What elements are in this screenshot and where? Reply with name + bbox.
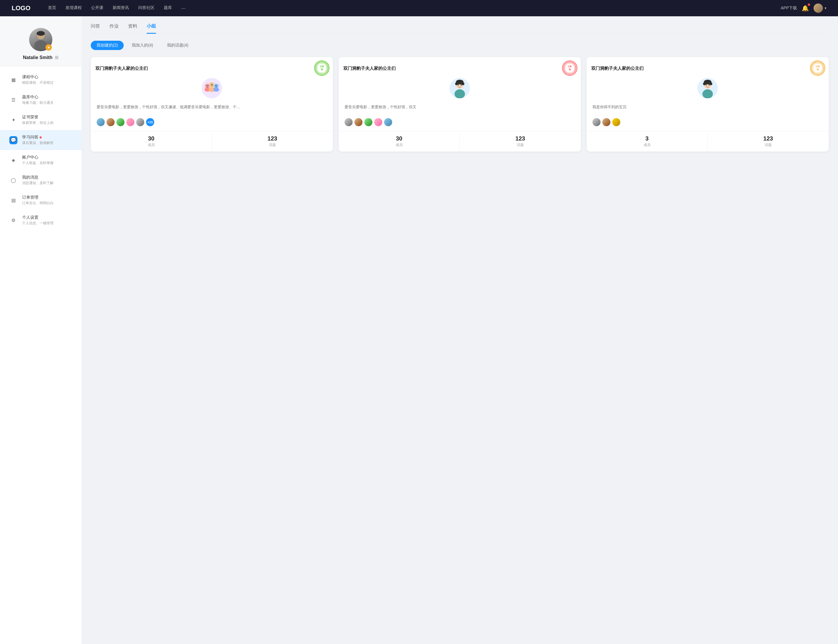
svg-point-18 (211, 84, 212, 85)
profile-section: ★ Natalie Smith ⊞ (0, 16, 82, 66)
certificate-text: 证书荣誉 收获荣誉、持证上岗 (22, 115, 54, 125)
sub-tab-joined[interactable]: 我加入的(4) (126, 41, 159, 50)
svg-point-45 (708, 84, 710, 85)
qa-icon: 💬 (9, 136, 18, 144)
svg-point-33 (461, 84, 462, 85)
svg-point-16 (207, 85, 207, 86)
sidebar-item-course-center[interactable]: ▦ 课程中心 精彩课程、不容错过 (0, 70, 82, 90)
orders-icon: ▤ (9, 196, 18, 204)
multi-avatar-svg (202, 78, 222, 98)
svg-point-34 (812, 62, 824, 74)
stat-topics-2: 123 话题 (460, 131, 581, 151)
course-center-title: 课程中心 (22, 74, 54, 80)
stat-members-label-3: 成员 (644, 143, 651, 148)
group-3-desc: 我是你得不到的宝贝 (587, 102, 829, 116)
nav-link-open[interactable]: 公开课 (91, 5, 103, 12)
qa-text: 学习问答 课后重温、疑难解答 (22, 135, 54, 145)
messages-subtitle: 消息通知、及时了解 (22, 181, 54, 186)
svg-point-15 (213, 87, 219, 92)
member-avatar-2 (107, 118, 115, 126)
groups-grid: 双门洞豹子夫人家的公主们 已审 核 (91, 57, 829, 151)
profile-badge: ★ (45, 44, 52, 51)
tab-homework[interactable]: 作业 (109, 23, 119, 34)
orders-subtitle: 订单支出、明明白白 (22, 201, 54, 205)
group-2-desc: 爱音乐爱电影，更爱旅游，个性好强，但又 (339, 102, 581, 116)
group-card-3: 双门洞豹子夫人家的公主们 已审 核 (587, 57, 829, 151)
member-avatar-4 (126, 118, 135, 126)
nav-more[interactable]: ··· (181, 5, 186, 12)
svg-point-22 (564, 62, 576, 74)
stat-topics-1: 123 话题 (212, 131, 333, 151)
nav-link-news[interactable]: 新闻资讯 (113, 5, 129, 12)
course-center-icon: ▦ (9, 76, 18, 84)
sidebar-menu: ▦ 课程中心 精彩课程、不容错过 ☰ 题库中心 海量习题、助力通关 ✦ 证书荣誉… (0, 66, 82, 234)
sidebar-item-certificate[interactable]: ✦ 证书荣誉 收获荣誉、持证上岗 (0, 110, 82, 130)
svg-point-43 (710, 82, 712, 85)
settings-title: 个人设置 (22, 215, 54, 220)
group-3-title: 双门洞豹子夫人家的公主们 (591, 65, 824, 71)
stat-members-1: 30 成员 (91, 131, 212, 151)
nav-links: 首页 发现课程 公开课 新闻资讯 问答社区 题库 ··· (48, 5, 780, 12)
stat-members-num-1: 30 (148, 135, 154, 142)
svg-point-42 (703, 82, 706, 85)
tab-qa[interactable]: 问答 (91, 23, 100, 34)
nav-avatar-image (813, 3, 823, 13)
group2-member-5 (384, 118, 392, 126)
nav-link-quiz[interactable]: 题库 (164, 5, 172, 12)
sidebar-item-settings[interactable]: ⚙ 个人设置 个人信息、一键管理 (0, 210, 82, 230)
sub-tab-topics[interactable]: 我的话题(4) (161, 41, 194, 50)
bell-button[interactable]: 🔔 (802, 5, 809, 12)
sidebar-item-quiz-center[interactable]: ☰ 题库中心 海量习题、助力通关 (0, 90, 82, 110)
course-center-subtitle: 精彩课程、不容错过 (22, 80, 54, 85)
person-avatar-svg-3 (697, 78, 718, 98)
certificate-icon: ✦ (9, 116, 18, 124)
stat-topics-num-2: 123 (515, 135, 525, 142)
sub-tab-created[interactable]: 我创建的(2) (91, 41, 124, 50)
sidebar-item-qa[interactable]: 💬 学习问答 课后重温、疑难解答 (0, 130, 82, 150)
stat-members-2: 30 成员 (339, 131, 460, 151)
svg-point-17 (208, 85, 209, 86)
sidebar-item-orders[interactable]: ▤ 订单管理 订单支出、明明白白 (0, 190, 82, 210)
stat-topics-num-3: 123 (763, 135, 773, 142)
group-1-desc: 爱音乐爱电影，更爱旅游，个性好强，但又谦虚、低调爱音乐爱电影，更爱旅游、个… (91, 102, 333, 116)
tab-materials[interactable]: 资料 (128, 23, 137, 34)
svg-point-32 (458, 84, 459, 85)
stat-members-label-1: 成员 (148, 143, 155, 148)
group3-member-2 (602, 118, 610, 126)
qa-title: 学习问答 (22, 135, 54, 140)
stat-members-label-2: 成员 (396, 143, 403, 148)
nav-link-courses[interactable]: 发现课程 (66, 5, 82, 12)
qr-icon[interactable]: ⊞ (55, 55, 59, 60)
nav-link-home[interactable]: 首页 (48, 5, 56, 12)
group-3-stats: 3 成员 123 话题 (587, 131, 829, 151)
svg-text:核: 核 (569, 68, 571, 71)
chevron-down-icon: ▾ (825, 6, 826, 10)
user-avatar-button[interactable]: ▾ (813, 3, 826, 13)
quiz-center-icon: ☰ (9, 96, 18, 104)
group-1-stamp: 已审 核 (314, 61, 329, 76)
group-1-members: +15 (91, 116, 333, 128)
nav-link-qa[interactable]: 问答社区 (138, 5, 154, 12)
orders-title: 订单管理 (22, 195, 54, 200)
member-avatar-3 (117, 118, 125, 126)
group-card-2-header: 双门洞豹子夫人家的公主们 已审 核 (339, 57, 581, 74)
stamp-svg-2: 已审 核 (563, 61, 577, 75)
svg-text:已审: 已审 (568, 65, 572, 67)
messages-title: 我的消息 (22, 175, 54, 180)
group-3-stamp: 已审 核 (810, 61, 825, 76)
group-2-main-avatar (450, 78, 470, 98)
svg-point-23 (565, 63, 575, 73)
stamp-svg-3: 已审 核 (811, 61, 825, 75)
app-download-button[interactable]: APP下载 (780, 5, 797, 11)
navigation: LOGO 首页 发现课程 公开课 新闻资讯 问答社区 题库 ··· APP下载 … (0, 0, 838, 16)
tab-groups[interactable]: 小组 (147, 23, 156, 34)
member-more-count: +15 (146, 118, 154, 126)
sidebar-item-account[interactable]: ◈ 账户中心 个人权益、实时掌握 (0, 150, 82, 170)
nav-avatar (813, 3, 823, 13)
sidebar-item-messages[interactable]: ◯ 我的消息 消息通知、及时了解 (0, 170, 82, 190)
quiz-center-subtitle: 海量习题、助力通关 (22, 100, 54, 105)
group3-member-3 (612, 118, 620, 126)
group-2-title: 双门洞豹子夫人家的公主们 (343, 65, 576, 71)
certificate-subtitle: 收获荣誉、持证上岗 (22, 120, 54, 125)
account-text: 账户中心 个人权益、实时掌握 (22, 155, 54, 166)
